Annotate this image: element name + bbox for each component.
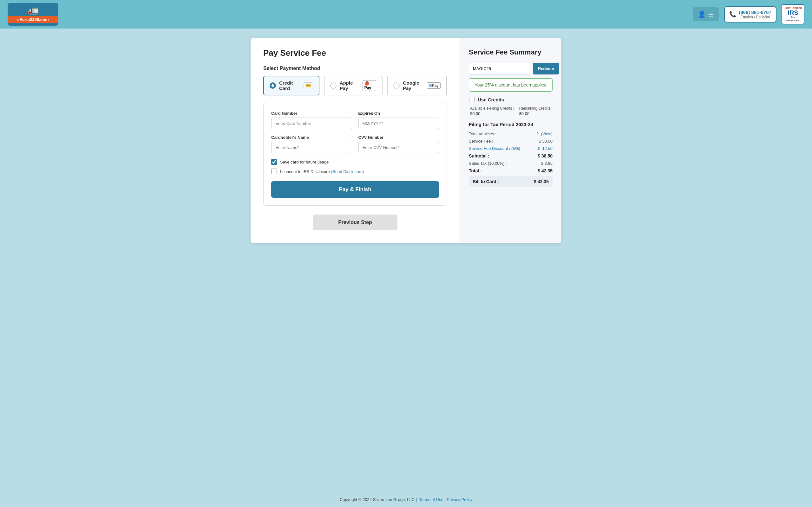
summary-title: Service Fee Summary xyxy=(469,48,553,56)
save-card-row: Save card for future usage xyxy=(271,159,439,165)
right-panel: Service Fee Summary Redeem Your 25% disc… xyxy=(460,38,561,243)
cvv-input[interactable] xyxy=(358,142,439,153)
logo[interactable]: 🚛 eForm2290.com xyxy=(8,3,58,26)
service-fee-line: Service Fee : $ 50.00 xyxy=(469,139,553,144)
remaining-credits-label: Remaining Credits : xyxy=(519,106,553,111)
discount-label: Service Fee Discount (25%) : xyxy=(469,146,522,151)
phone-number: (866) 881-6767 xyxy=(739,9,771,15)
content-wrapper: Pay Service Fee Select Payment Method Cr… xyxy=(251,38,561,243)
header-right: 👤 ☰ 📞 (866) 881-6767 English / Español A… xyxy=(693,4,804,24)
discount-line: Service Fee Discount (25%) : $ -12.50 xyxy=(469,146,553,151)
irs-consent-row: I consent to IRS Disclosure (Read Disclo… xyxy=(271,169,439,174)
total-line: Total : $ 42.35 xyxy=(469,168,553,173)
cardholder-group: Cardholder's Name xyxy=(271,135,352,153)
header: 🚛 eForm2290.com 👤 ☰ 📞 (866) 881-6767 Eng… xyxy=(0,0,812,29)
save-card-checkbox[interactable] xyxy=(271,159,277,165)
privacy-link[interactable]: Privacy Policy xyxy=(447,497,472,502)
save-card-label: Save card for future usage xyxy=(280,160,328,164)
discount-banner: Your 25% discount has been applied xyxy=(469,78,553,92)
subtotal-label: Subtotal : xyxy=(469,153,490,158)
payment-option-credit[interactable]: Credit Card 💳 xyxy=(263,76,319,95)
cardholder-row: Cardholder's Name CVV Number xyxy=(271,135,439,153)
card-number-group: Card Number xyxy=(271,111,352,129)
footer: Copyright © 2024 Silvermine Group, LLC |… xyxy=(0,492,812,507)
credits-detail: Available e-Filing Credits : $0.00 Remai… xyxy=(469,106,553,116)
irs-logo: IRS xyxy=(785,9,801,16)
user-icon: 👤 xyxy=(698,10,706,18)
expires-input[interactable] xyxy=(358,118,439,129)
promo-row: Redeem xyxy=(469,63,553,74)
cardholder-label: Cardholder's Name xyxy=(271,135,352,140)
card-number-input[interactable] xyxy=(271,118,352,129)
apple-pay-icon: 🍎Pay xyxy=(362,80,376,91)
filing-period: Filing for Tax Period 2023-24 xyxy=(469,122,553,127)
bill-to-card-label: Bill to Card : xyxy=(473,179,499,184)
available-credits-amount: $0.00 xyxy=(470,111,514,116)
card-form: Card Number Expires On Cardholder's Name xyxy=(263,103,447,206)
main-content: Pay Service Fee Select Payment Method Cr… xyxy=(0,29,812,492)
bill-to-card-row: Bill to Card : $ 42.35 xyxy=(469,176,553,187)
promo-input[interactable] xyxy=(469,63,530,74)
apple-pay-label: Apple Pay xyxy=(340,80,359,91)
credit-card-icon: 💳 xyxy=(304,82,313,89)
remaining-credits-item: Remaining Credits : $0.00 xyxy=(519,106,553,116)
page-title: Pay Service Fee xyxy=(263,48,447,58)
left-panel: Pay Service Fee Select Payment Method Cr… xyxy=(251,38,460,243)
cvv-label: CVV Number xyxy=(358,135,439,140)
payment-option-apple[interactable]: Apple Pay 🍎Pay xyxy=(324,76,383,95)
copyright-text: Copyright © 2024 Silvermine Group, LLC | xyxy=(340,497,417,502)
sales-tax-value: $ 3.85 xyxy=(541,161,553,166)
expires-label: Expires On xyxy=(358,111,439,116)
cvv-group: CVV Number xyxy=(358,135,439,153)
terms-link[interactable]: Terms of Use xyxy=(419,497,444,502)
discount-value: $ -12.50 xyxy=(537,146,553,151)
expires-group: Expires On xyxy=(358,111,439,129)
prev-step-container: Previous Step xyxy=(263,215,447,230)
redeem-button[interactable]: Redeem xyxy=(533,63,559,74)
card-number-label: Card Number xyxy=(271,111,352,116)
sales-tax-label: Sales Tax (10.00%) : xyxy=(469,161,507,166)
use-credits-label: Use Credits xyxy=(478,97,504,102)
subtotal-line: Subtotal : $ 38.50 xyxy=(469,153,553,158)
service-fee-label: Service Fee : xyxy=(469,139,493,144)
irs-file-text: file xyxy=(785,16,801,19)
payment-option-google[interactable]: Google Pay GPay xyxy=(387,76,447,95)
service-fee-value: $ 50.00 xyxy=(539,139,553,144)
remaining-credits-amount: $0.00 xyxy=(519,111,553,116)
credit-radio[interactable] xyxy=(270,82,276,89)
bill-to-card-value: $ 42.35 xyxy=(534,179,549,184)
irs-provider-text: PROVIDER xyxy=(785,19,801,22)
google-radio[interactable] xyxy=(393,82,400,89)
irs-consent-label: I consent to IRS Disclosure (Read Disclo… xyxy=(280,169,364,174)
card-number-row: Card Number Expires On xyxy=(271,111,439,129)
previous-step-button[interactable]: Previous Step xyxy=(313,215,397,230)
apple-radio[interactable] xyxy=(330,82,337,89)
menu-icon: ☰ xyxy=(708,10,714,18)
total-vehicles-line: Total Vehicles : 2 (View) xyxy=(469,131,553,136)
use-credits-checkbox[interactable] xyxy=(469,97,474,102)
cardholder-input[interactable] xyxy=(271,142,352,153)
available-credits-label: Available e-Filing Credits : xyxy=(470,106,514,111)
subtotal-value: $ 38.50 xyxy=(538,153,553,158)
phone-button[interactable]: 📞 (866) 881-6767 English / Español xyxy=(724,6,776,22)
phone-language: English / Español xyxy=(739,15,771,19)
irs-consent-checkbox[interactable] xyxy=(271,169,277,174)
phone-icon: 📞 xyxy=(729,11,736,18)
truck-icon: 🚛 xyxy=(28,6,39,15)
google-pay-icon: GPay xyxy=(427,82,441,89)
use-credits-row: Use Credits xyxy=(469,97,553,102)
total-vehicles-label: Total Vehicles : xyxy=(469,131,496,136)
total-value: $ 42.35 xyxy=(538,168,553,173)
user-menu-button[interactable]: 👤 ☰ xyxy=(693,7,719,21)
view-vehicles-link[interactable]: (View) xyxy=(541,131,553,136)
available-credits-item: Available e-Filing Credits : $0.00 xyxy=(470,106,514,116)
pay-finish-button[interactable]: Pay & Finish xyxy=(271,181,439,198)
payment-method-label: Select Payment Method xyxy=(263,66,447,71)
google-pay-label: Google Pay xyxy=(403,80,424,91)
credit-card-label: Credit Card xyxy=(279,80,300,91)
read-disclosure-link[interactable]: (Read Disclosure) xyxy=(331,169,364,174)
total-vehicles-value: 2 (View) xyxy=(537,131,553,136)
irs-badge: AUTHORIZED IRS file PROVIDER xyxy=(781,4,804,24)
logo-text: eForm2290.com xyxy=(8,16,58,23)
total-label: Total : xyxy=(469,168,482,173)
